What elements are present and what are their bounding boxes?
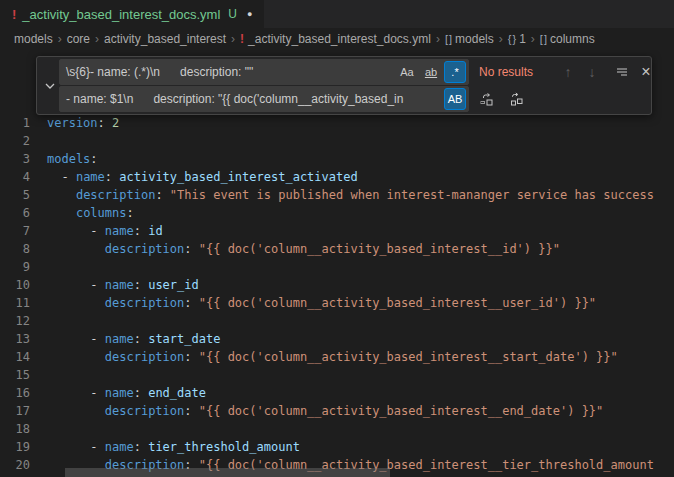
code-text: description: "{{ doc('column__activity_b… (47, 402, 603, 420)
code-line[interactable]: 9 (0, 258, 674, 276)
code-text: - name: start_date (47, 330, 220, 348)
line-number[interactable]: 6 (0, 204, 30, 222)
code-line[interactable]: 10 - name: user_id (0, 276, 674, 294)
line-number[interactable]: 15 (0, 366, 30, 384)
find-options: Aa ab .* (394, 61, 466, 83)
find-input[interactable]: \s{6}- name: (.*)\n description: "" Aa a… (59, 59, 469, 85)
breadcrumb-separator-icon: › (436, 32, 440, 46)
code-text: - name: id (47, 222, 163, 240)
code-text: description: "{{ doc('column__activity_b… (47, 294, 596, 312)
code-line[interactable]: 17 description: "{{ doc('column__activit… (0, 402, 674, 420)
replace-options: AB (442, 88, 466, 110)
close-icon: × (641, 63, 650, 81)
code-line[interactable]: 12 (0, 312, 674, 330)
find-in-selection-button[interactable] (611, 61, 633, 83)
breadcrumb-item[interactable]: [ ]models (445, 32, 494, 46)
breadcrumb-item[interactable]: core (67, 32, 90, 46)
line-number[interactable]: 10 (0, 276, 30, 294)
line-number[interactable]: 11 (0, 294, 30, 312)
code-line[interactable]: 7 - name: id (0, 222, 674, 240)
line-number[interactable]: 12 (0, 312, 30, 330)
symbol-array-icon: [ ] (445, 33, 451, 45)
breadcrumb: models›core›activity_based_interest›!_ac… (0, 28, 674, 50)
line-number[interactable]: 14 (0, 348, 30, 366)
code-text: - name: end_date (47, 384, 206, 402)
breadcrumb-item[interactable]: models (14, 32, 53, 46)
code-line[interactable]: 14 description: "{{ doc('column__activit… (0, 348, 674, 366)
match-case-button[interactable]: Aa (396, 61, 418, 83)
line-number[interactable]: 17 (0, 402, 30, 420)
symbol-array-icon: [ ] (540, 33, 546, 45)
code-text: columns: (47, 204, 134, 222)
symbol-object-icon: { } (508, 33, 515, 45)
breadcrumb-item[interactable]: [ ]columns (540, 32, 595, 46)
code-line[interactable]: 5 description: "This event is published … (0, 186, 674, 204)
breadcrumb-label: activity_based_interest (104, 32, 226, 46)
find-widget: \s{6}- name: (.*)\n description: "" Aa a… (36, 56, 652, 115)
line-number[interactable]: 16 (0, 384, 30, 402)
line-number[interactable]: 2 (0, 132, 30, 150)
horizontal-scrollbar[interactable] (65, 468, 390, 477)
breadcrumb-label: _activity_based_interest_docs.yml (248, 32, 431, 46)
breadcrumb-separator-icon: › (58, 32, 62, 46)
code-line[interactable]: 19 - name: tier_threshold_amount (0, 438, 674, 456)
breadcrumb-item[interactable]: activity_based_interest (104, 32, 226, 46)
editor-tab[interactable]: ! _activity_based_interest_docs.yml U ● (0, 0, 264, 28)
code-line[interactable]: 3models: (0, 150, 674, 168)
breadcrumb-item[interactable]: { }1 (508, 32, 526, 46)
replace-row: - name: $1\n description: "{{ doc('colum… (59, 87, 647, 111)
preserve-case-button[interactable]: AB (444, 88, 466, 110)
code-line[interactable]: 2 (0, 132, 674, 150)
yaml-file-icon: ! (12, 7, 16, 22)
code-text: - name: tier_threshold_amount (47, 438, 300, 456)
breadcrumb-label: core (67, 32, 90, 46)
tab-bar: ! _activity_based_interest_docs.yml U ● (0, 0, 674, 28)
code-line[interactable]: 11 description: "{{ doc('column__activit… (0, 294, 674, 312)
code-line[interactable]: 1version: 2 (0, 114, 674, 132)
next-match-button[interactable]: ↓ (581, 61, 603, 83)
replace-button[interactable] (475, 88, 497, 110)
code-text: description: "{{ doc('column__activity_b… (47, 240, 560, 258)
code-line[interactable]: 6 columns: (0, 204, 674, 222)
line-number[interactable]: 1 (0, 114, 30, 132)
line-number[interactable]: 19 (0, 438, 30, 456)
line-number[interactable]: 9 (0, 258, 30, 276)
close-button[interactable]: × (635, 61, 657, 83)
breadcrumb-label: models (455, 32, 494, 46)
regex-button[interactable]: .* (444, 61, 466, 83)
toggle-replace-button[interactable] (41, 60, 59, 111)
replace-all-button[interactable] (505, 88, 527, 110)
line-number[interactable]: 7 (0, 222, 30, 240)
line-number[interactable]: 13 (0, 330, 30, 348)
code-text: - name: activity_based_interest_activate… (47, 168, 358, 186)
tab-filename: _activity_based_interest_docs.yml (22, 7, 220, 22)
breadcrumb-separator-icon: › (95, 32, 99, 46)
previous-match-button[interactable]: ↑ (557, 61, 579, 83)
replace-input-value: - name: $1\n description: "{{ doc('colum… (60, 92, 468, 106)
chevron-down-icon (44, 80, 56, 92)
line-number[interactable]: 4 (0, 168, 30, 186)
code-line[interactable]: 15 (0, 366, 674, 384)
breadcrumb-separator-icon: › (531, 32, 535, 46)
breadcrumb-separator-icon: › (231, 32, 235, 46)
code-text: models: (47, 150, 98, 168)
code-text: description: "{{ doc('column__activity_b… (47, 348, 618, 366)
dirty-indicator-icon[interactable]: ● (247, 9, 252, 19)
editor[interactable]: \s{6}- name: (.*)\n description: "" Aa a… (0, 50, 674, 477)
line-number[interactable]: 18 (0, 420, 30, 438)
whole-word-button[interactable]: ab (420, 61, 442, 83)
line-number[interactable]: 20 (0, 456, 30, 474)
line-number[interactable]: 3 (0, 150, 30, 168)
replace-all-icon (509, 92, 524, 107)
code-line[interactable]: 8 description: "{{ doc('column__activity… (0, 240, 674, 258)
replace-icon (479, 92, 494, 107)
replace-input[interactable]: - name: $1\n description: "{{ doc('colum… (59, 86, 469, 112)
line-number[interactable]: 5 (0, 186, 30, 204)
code-line[interactable]: 18 (0, 420, 674, 438)
code-line[interactable]: 4 - name: activity_based_interest_activa… (0, 168, 674, 186)
code-line[interactable]: 13 - name: start_date (0, 330, 674, 348)
breadcrumb-item[interactable]: !_activity_based_interest_docs.yml (240, 32, 431, 46)
vscode-window: ! _activity_based_interest_docs.yml U ● … (0, 0, 674, 477)
code-line[interactable]: 16 - name: end_date (0, 384, 674, 402)
line-number[interactable]: 8 (0, 240, 30, 258)
